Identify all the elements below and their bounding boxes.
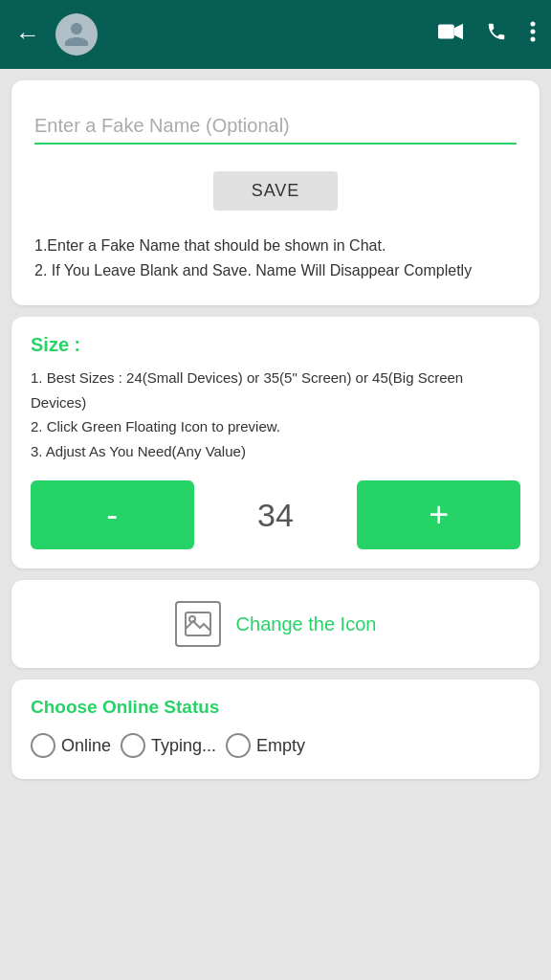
size-instruction-3: 3. Adjust As You Need(Any Value) — [31, 443, 246, 459]
header-actions — [438, 20, 536, 49]
size-value: 34 — [194, 497, 358, 534]
change-icon-card[interactable]: Change the Icon — [11, 580, 540, 668]
size-instructions: 1. Best Sizes : 24(Small Devices) or 35(… — [31, 366, 520, 463]
svg-point-2 — [531, 22, 536, 27]
app-header: ← — [0, 0, 551, 69]
more-options-icon[interactable] — [530, 20, 536, 49]
increase-size-button[interactable]: + — [357, 480, 520, 549]
phone-svg — [486, 21, 507, 42]
svg-point-4 — [531, 37, 536, 42]
phone-icon[interactable] — [486, 21, 507, 48]
size-instruction-1: 1. Best Sizes : 24(Small Devices) or 35(… — [31, 369, 463, 411]
radio-typing[interactable] — [121, 733, 145, 758]
fake-name-input-wrapper — [34, 109, 517, 145]
avatar-icon — [62, 20, 91, 49]
save-button[interactable]: SAVE — [213, 171, 339, 211]
size-card: Size : 1. Best Sizes : 24(Small Devices)… — [11, 317, 540, 568]
status-label-online: Online — [61, 736, 111, 756]
svg-point-3 — [531, 30, 536, 34]
status-option-typing[interactable]: Typing... — [121, 733, 216, 758]
image-placeholder-icon — [175, 601, 221, 647]
back-button[interactable]: ← — [15, 20, 40, 50]
fake-name-card: SAVE 1.Enter a Fake Name that should be … — [11, 80, 540, 305]
fake-name-input[interactable] — [34, 109, 517, 145]
instruction-line1: 1.Enter a Fake Name that should be shown… — [34, 237, 386, 254]
status-label-typing: Typing... — [151, 736, 216, 756]
more-vertical-svg — [530, 20, 536, 43]
status-title: Choose Online Status — [31, 697, 520, 718]
size-title: Size : — [31, 334, 520, 356]
status-label-empty: Empty — [256, 736, 305, 756]
svg-marker-1 — [454, 24, 463, 40]
main-content: SAVE 1.Enter a Fake Name that should be … — [0, 69, 551, 791]
avatar — [55, 13, 98, 56]
video-camera-svg — [438, 21, 463, 42]
change-icon-label: Change the Icon — [236, 613, 377, 635]
status-option-empty[interactable]: Empty — [226, 733, 305, 758]
svg-rect-0 — [438, 25, 454, 39]
video-call-icon[interactable] — [438, 21, 463, 48]
status-options: Online Typing... Empty — [31, 733, 520, 758]
status-option-online[interactable]: Online — [31, 733, 111, 758]
size-instruction-2: 2. Click Green Floating Icon to preview. — [31, 418, 280, 434]
online-status-card: Choose Online Status Online Typing... Em… — [11, 679, 540, 779]
image-svg — [185, 612, 211, 636]
radio-online[interactable] — [31, 733, 55, 758]
decrease-size-button[interactable]: - — [31, 480, 194, 549]
instructions-text: 1.Enter a Fake Name that should be shown… — [34, 234, 517, 282]
instruction-line2: 2. If You Leave Blank and Save. Name Wil… — [34, 262, 472, 278]
radio-empty[interactable] — [226, 733, 251, 758]
size-controls: - 34 + — [31, 480, 520, 549]
